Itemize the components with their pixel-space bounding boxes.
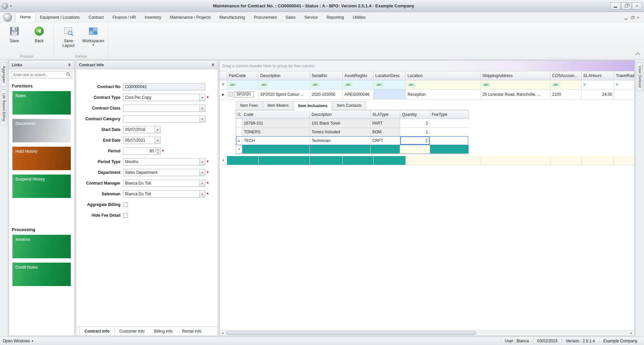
collapse-ribbon-button[interactable] — [635, 52, 641, 57]
column-header-travelradius[interactable]: TravelRadiu... — [614, 71, 634, 80]
detail-column-quantity[interactable]: Quantity — [400, 110, 430, 119]
spin-down-icon[interactable]: ▼ — [156, 151, 160, 155]
open-windows-button[interactable]: Open Windows ▾ — [3, 339, 33, 343]
filter-assetregno[interactable]: aBc — [343, 80, 374, 89]
detail-column-code[interactable]: Code — [242, 110, 310, 119]
end-date-picker[interactable]: 05/07/2021 ▼ — [123, 137, 161, 144]
cell-travelradius[interactable] — [614, 89, 634, 99]
ribbon-tab-reporting[interactable]: Reporting — [322, 13, 348, 22]
chevron-down-icon[interactable]: ▼ — [199, 105, 205, 112]
column-header-slahours[interactable]: SLAHours — [582, 71, 614, 80]
contract-no-input[interactable] — [123, 83, 205, 90]
filter-shippingaddress[interactable]: aBc — [481, 80, 550, 89]
qat-dropdown-icon[interactable]: ▾ — [10, 4, 12, 8]
collapse-detail-icon[interactable]: – — [229, 92, 233, 96]
detail-new-row[interactable]: * — [236, 145, 468, 154]
filter-serialno[interactable]: aBc — [310, 80, 343, 89]
ribbon-tab-contract[interactable]: Contract — [84, 13, 108, 22]
tab-rental-info[interactable]: Rental Info — [177, 327, 206, 336]
tab-billing-info[interactable]: Billing Info — [149, 327, 177, 336]
chevron-down-icon[interactable]: ▼ — [155, 137, 160, 144]
column-header-cosaccount[interactable]: COSAccoun... — [550, 71, 582, 80]
column-header-partcode[interactable]: PartCode — [227, 71, 259, 80]
scrollbar-track[interactable] — [225, 330, 629, 336]
department-select[interactable]: Sales Department ▼ — [123, 169, 205, 176]
spin-up-icon[interactable]: ▲ — [156, 148, 160, 151]
quantity-editor-cell[interactable]: 2 — [400, 136, 430, 145]
grid-new-row[interactable]: * — [220, 156, 634, 165]
ribbon-tab-inventory[interactable]: Inventory — [140, 13, 165, 22]
filter-partcode[interactable]: aBc — [227, 80, 259, 89]
minimize-button[interactable] — [610, 2, 621, 10]
detail-column-description[interactable]: Description — [310, 110, 371, 119]
filter-cosaccount[interactable]: aBc — [550, 80, 582, 89]
app-menu-button[interactable] — [3, 13, 12, 22]
aggregate-billing-checkbox[interactable] — [123, 202, 128, 207]
inclusion-row[interactable]: TONERS Toners Included BOM 1 — [236, 128, 468, 136]
pin-icon[interactable] — [67, 63, 71, 67]
contract-class-select[interactable]: ▼ — [123, 105, 205, 112]
tab-item-fees[interactable]: Item Fees — [236, 101, 262, 110]
detail-column-feetype[interactable]: FeeType — [430, 110, 469, 119]
ribbon-tab-sales[interactable]: Sales — [281, 13, 300, 22]
column-header-shippingaddress[interactable]: ShippingAddress — [481, 71, 550, 80]
column-header-serialno[interactable]: SerialNo — [310, 71, 343, 80]
tab-customer-info[interactable]: Customer Info — [115, 327, 149, 336]
search-icon[interactable] — [66, 72, 70, 77]
hide-fee-detail-checkbox[interactable] — [123, 213, 128, 218]
ribbon-tab-equipment-locations[interactable]: Equipment / Locations — [36, 13, 84, 22]
filter-location[interactable]: aBc — [406, 80, 481, 89]
cell-cosaccount[interactable]: 2100 — [550, 89, 582, 99]
tab-item-meters[interactable]: Item Meters — [263, 101, 293, 110]
column-header-description[interactable]: Description — [259, 71, 310, 80]
edge-tab-user-defined[interactable]: User Defined — [637, 62, 643, 91]
inclusion-row-selected[interactable]: ▸ TECH Technician CRFT 2 — [236, 136, 468, 145]
ribbon-tab-home[interactable]: Home — [15, 12, 36, 22]
mdi-minimize-button[interactable] — [625, 15, 628, 20]
restore-button[interactable] — [621, 2, 631, 10]
cell-assetregno[interactable]: AREG000046 — [343, 89, 374, 99]
tab-item-inclusions[interactable]: Item Inclusions — [294, 101, 332, 110]
chevron-down-icon[interactable]: ▼ — [199, 169, 205, 176]
cell-description[interactable]: SP2020 Sprint Colour ... — [259, 89, 310, 99]
filter-slahours[interactable]: = — [582, 80, 614, 89]
pin-icon[interactable] — [211, 63, 215, 67]
tab-item-contacts[interactable]: Item Contacts — [332, 101, 366, 110]
group-by-panel[interactable]: Drag a column header here to group by th… — [220, 61, 634, 71]
cell-slahours[interactable]: 24.00 — [582, 89, 614, 99]
chevron-down-icon[interactable]: ▼ — [199, 180, 205, 187]
save-layout-button[interactable]: Save Layout — [57, 24, 80, 49]
back-button[interactable]: Back — [28, 24, 51, 44]
workspaces-button[interactable]: Workspaces ▼ — [82, 24, 105, 49]
contract-manager-select[interactable]: Bianca Du Toit ▼ — [123, 180, 205, 187]
mdi-restore-button[interactable] — [631, 15, 634, 20]
start-date-picker[interactable]: 05/07/2016 ▼ — [123, 126, 161, 133]
tab-contract-info[interactable]: Contract Info — [79, 327, 115, 336]
period-type-select[interactable]: Months ▼ — [123, 158, 205, 165]
column-header-assetregno[interactable]: AssetRegNo — [343, 71, 374, 80]
edge-tab-life-based-billing[interactable]: Life Based Billing — [1, 89, 7, 125]
detail-column-slatype[interactable]: SLAType — [371, 110, 400, 119]
credit-notes-button[interactable]: Credit Notes — [12, 263, 71, 286]
ribbon-tab-manufacturing[interactable]: Manufacturing — [215, 13, 250, 22]
chevron-down-icon[interactable]: ▼ — [199, 191, 205, 197]
contract-type-select[interactable]: Cost Per Copy ▼ — [123, 94, 205, 101]
links-search-input[interactable] — [13, 72, 66, 77]
suspend-history-button[interactable]: Suspend History — [12, 175, 71, 198]
chevron-down-icon[interactable]: ▼ — [199, 158, 205, 165]
filter-locationdesc[interactable]: aBc — [374, 80, 406, 89]
cell-location[interactable]: Reception — [406, 89, 481, 99]
ribbon-tab-utilities[interactable]: Utilities — [348, 13, 370, 22]
scroll-left-icon[interactable]: ◄ — [220, 330, 225, 336]
period-stepper[interactable]: 60 ▲ ▼ — [123, 147, 161, 155]
filter-description[interactable]: aBc — [259, 80, 310, 89]
ribbon-tab-service[interactable]: Service — [300, 13, 322, 22]
mdi-close-button[interactable]: × — [637, 15, 639, 20]
chevron-down-icon[interactable]: ▼ — [155, 126, 160, 133]
documents-button[interactable]: Documents — [12, 119, 71, 142]
scrollbar-thumb[interactable] — [226, 331, 476, 335]
notes-button[interactable]: Notes — [12, 91, 71, 115]
cell-shippingaddress[interactable]: 25 Lonestar Road, Ranchville, ... — [481, 89, 550, 99]
salesman-select[interactable]: Bianca Du Toit ▼ — [123, 190, 205, 198]
chevron-down-icon[interactable]: ▼ — [199, 116, 205, 122]
